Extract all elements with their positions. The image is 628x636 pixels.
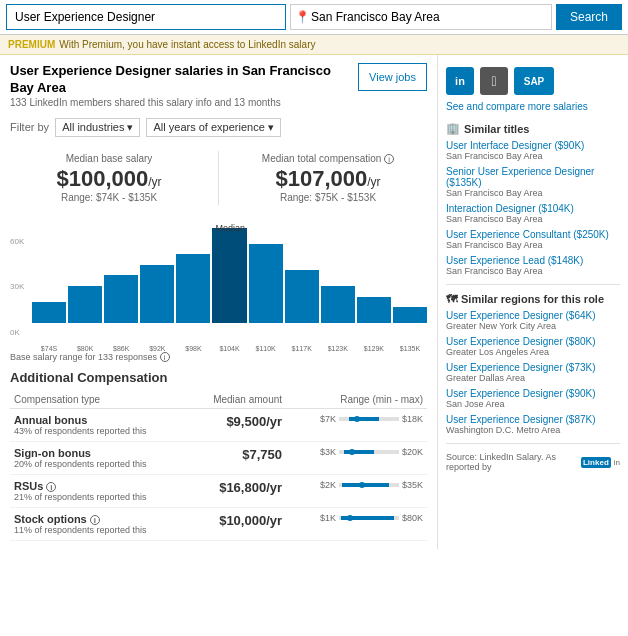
chart-info-icon[interactable]: i (160, 352, 170, 362)
total-comp-period: /yr (367, 175, 380, 189)
comp-table: Compensation type Median amount Range (m… (10, 391, 427, 541)
right-panel: in  SAP See and compare more salaries 🏢… (438, 55, 628, 549)
similar-title-link[interactable]: Interaction Designer ($104K) (446, 203, 620, 214)
chart-bar-3[interactable] (140, 265, 174, 323)
chart-bar-6[interactable] (249, 244, 283, 323)
chart-bar-1[interactable] (68, 286, 102, 323)
x-axis-label: $129K (357, 345, 391, 352)
similar-title-location: San Francisco Bay Area (446, 214, 620, 224)
filter-by-label: Filter by (10, 121, 49, 133)
base-salary-amount-row: $100,000/yr (16, 166, 202, 192)
additional-comp-title: Additional Compensation (10, 370, 427, 385)
salary-title: User Experience Designer salaries in San… (10, 63, 350, 97)
chart-bar-9[interactable] (357, 297, 391, 323)
comp-type-cell: Annual bonus 43% of respondents reported… (10, 408, 188, 441)
similar-titles-section: 🏢 Similar titles (446, 122, 620, 135)
info-icon[interactable]: i (46, 482, 56, 492)
chart-bar-5[interactable] (212, 228, 246, 323)
right-panel-divider (446, 284, 620, 285)
comp-type-cell: Sign-on bonus 20% of respondents reporte… (10, 441, 188, 474)
comp-amount-cell: $7,750 (188, 441, 286, 474)
chart-bar-10[interactable] (393, 307, 427, 323)
view-jobs-button[interactable]: View jobs (358, 63, 427, 91)
salary-chart: Median 60K 30K 0K (10, 223, 427, 343)
col-type: Compensation type (10, 391, 188, 409)
comp-range-cell: $2K $35K (286, 474, 427, 507)
similar-title-item-2: Interaction Designer ($104K) San Francis… (446, 203, 620, 224)
map-icon: 🗺 (446, 293, 457, 305)
similar-title-item-3: User Experience Consultant ($250K) San F… (446, 229, 620, 250)
chevron-down-icon: ▾ (268, 121, 274, 134)
search-button[interactable]: Search (556, 4, 622, 30)
similar-title-link[interactable]: User Interface Designer ($90K) (446, 140, 620, 151)
range-bar (339, 516, 399, 520)
total-comp-amount: $107,000 (275, 166, 367, 191)
chart-bar-8[interactable] (321, 286, 355, 323)
chart-bar-4[interactable] (176, 254, 210, 323)
x-axis-label: $104K (212, 345, 246, 352)
x-axis-label: $98K (176, 345, 210, 352)
similar-region-location: Greater Los Angeles Area (446, 347, 620, 357)
similar-region-link[interactable]: User Experience Designer ($73K) (446, 362, 620, 373)
chart-bar-7[interactable] (285, 270, 319, 323)
comp-row-1: Sign-on bonus 20% of respondents reporte… (10, 441, 427, 474)
sap-logo: SAP (514, 67, 554, 95)
similar-title-location: San Francisco Bay Area (446, 240, 620, 250)
similar-regions-list: User Experience Designer ($64K) Greater … (446, 310, 620, 435)
similar-region-link[interactable]: User Experience Designer ($90K) (446, 388, 620, 399)
location-wrapper: 📍 (290, 4, 552, 30)
linkedin-logo: in (446, 67, 474, 95)
similar-regions-section: 🗺 Similar regions for this role (446, 293, 620, 305)
total-comp-range: Range: $75K - $153K (235, 192, 421, 203)
x-axis-label: $135K (393, 345, 427, 352)
comp-table-body: Annual bonus 43% of respondents reported… (10, 408, 427, 540)
chart-caption: Base salary range for 133 responses i (10, 352, 427, 362)
similar-title-link[interactable]: User Experience Consultant ($250K) (446, 229, 620, 240)
chart-bar-2[interactable] (104, 275, 138, 323)
main-layout: User Experience Designer salaries in San… (0, 55, 628, 549)
experience-filter[interactable]: All years of experience ▾ (146, 118, 280, 137)
linkedin-small-logo: Linked (581, 457, 611, 468)
similar-region-link[interactable]: User Experience Designer ($87K) (446, 414, 620, 425)
search-location-input[interactable] (290, 4, 552, 30)
similar-title-location: San Francisco Bay Area (446, 266, 620, 276)
location-icon: 📍 (295, 10, 310, 24)
x-axis-label: $123K (321, 345, 355, 352)
comp-row-0: Annual bonus 43% of respondents reported… (10, 408, 427, 441)
similar-title-link[interactable]: Senior User Experience Designer ($135K) (446, 166, 620, 188)
left-panel: User Experience Designer salaries in San… (0, 55, 438, 549)
similar-title-link[interactable]: User Experience Lead ($148K) (446, 255, 620, 266)
comp-amount-cell: $9,500/yr (188, 408, 286, 441)
see-more-salaries-link[interactable]: See and compare more salaries (446, 101, 620, 112)
chart-bar-0[interactable] (32, 302, 66, 323)
similar-titles-list: User Interface Designer ($90K) San Franc… (446, 140, 620, 276)
similar-title-item-4: User Experience Lead ($148K) San Francis… (446, 255, 620, 276)
total-comp-card: Median total compensation i $107,000/yr … (229, 147, 427, 209)
info-icon[interactable]: i (90, 515, 100, 525)
premium-label: PREMIUM (8, 39, 55, 50)
col-range: Range (min - max) (286, 391, 427, 409)
comp-table-header-row: Compensation type Median amount Range (m… (10, 391, 427, 409)
chart-median-label: Median (216, 223, 246, 233)
chart-y-axis: 60K 30K 0K (10, 237, 24, 337)
info-icon[interactable]: i (384, 154, 394, 164)
similar-region-link[interactable]: User Experience Designer ($64K) (446, 310, 620, 321)
total-comp-label: Median total compensation i (235, 153, 421, 164)
x-axis-label: $110K (249, 345, 283, 352)
similar-region-location: San Jose Area (446, 399, 620, 409)
range-bar (339, 483, 399, 487)
comp-row-3: Stock options i 11% of respondents repor… (10, 507, 427, 540)
right-panel-divider-2 (446, 443, 620, 444)
search-job-input[interactable] (6, 4, 286, 30)
card-divider (218, 151, 219, 205)
comp-amount-cell: $10,000/yr (188, 507, 286, 540)
similar-region-link[interactable]: User Experience Designer ($80K) (446, 336, 620, 347)
salary-cards: Median base salary $100,000/yr Range: $7… (10, 147, 427, 209)
similar-region-item-3: User Experience Designer ($90K) San Jose… (446, 388, 620, 409)
filter-row: Filter by All industries ▾ All years of … (10, 118, 427, 137)
building-icon: 🏢 (446, 122, 460, 135)
similar-region-item-1: User Experience Designer ($80K) Greater … (446, 336, 620, 357)
similar-title-location: San Francisco Bay Area (446, 188, 620, 198)
similar-title-item-0: User Interface Designer ($90K) San Franc… (446, 140, 620, 161)
industry-filter[interactable]: All industries ▾ (55, 118, 140, 137)
